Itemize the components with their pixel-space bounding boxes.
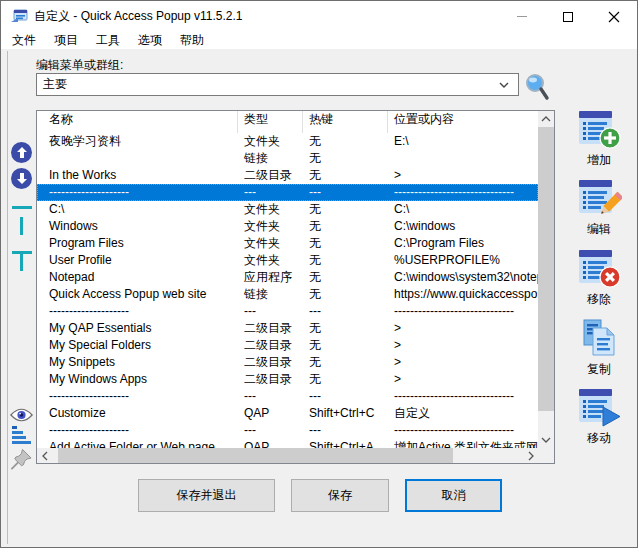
cell-location: ------------------------------: [388, 422, 538, 439]
scroll-up-icon: [541, 116, 551, 122]
add-menu-break-button[interactable]: [10, 251, 33, 271]
save-button[interactable]: 保存: [291, 479, 389, 512]
cell-type: ---: [238, 388, 303, 405]
table-row[interactable]: My Snippets 二级目录 无 >: [37, 354, 538, 371]
cell-hotkey: Shift+Ctrl+C: [303, 405, 388, 422]
scroll-up-button[interactable]: [538, 111, 554, 127]
table-row[interactable]: My QAP Essentials 二级目录 无 >: [37, 320, 538, 337]
cell-hotkey: 无: [303, 201, 388, 218]
edit-button[interactable]: 编辑: [559, 178, 638, 242]
cell-hotkey: ---: [303, 388, 388, 405]
close-button[interactable]: [591, 1, 637, 32]
table-row[interactable]: 链接 无: [37, 150, 538, 167]
scroll-right-button[interactable]: [523, 448, 538, 463]
sort-button[interactable]: [10, 425, 33, 445]
move-down-button[interactable]: [10, 168, 33, 189]
scroll-left-icon: [42, 451, 48, 461]
table-row[interactable]: 夜晚学习资料 文件夹 无 E:\: [37, 133, 538, 150]
column-header-hotkey[interactable]: 热键: [303, 111, 388, 133]
cell-name: --------------------: [37, 184, 238, 201]
edit-button-label: 编辑: [587, 221, 611, 238]
cell-hotkey: 无: [303, 354, 388, 371]
cell-type: 链接: [238, 150, 303, 167]
remove-button[interactable]: 移除: [559, 248, 638, 312]
minimize-button[interactable]: [499, 1, 545, 32]
table-row[interactable]: Customize QAP Shift+Ctrl+C 自定义: [37, 405, 538, 422]
cell-type: ---: [238, 184, 303, 201]
table-row[interactable]: Add Active Folder or Web page QAP Shift+…: [37, 439, 538, 448]
copy-button[interactable]: 复制: [559, 318, 638, 382]
column-break-icon: [20, 217, 23, 235]
cell-name: Customize: [37, 405, 238, 422]
cell-location: %USERPROFILE%: [388, 252, 538, 269]
table-row[interactable]: User Profile 文件夹 无 %USERPROFILE%: [37, 252, 538, 269]
table-row[interactable]: Program Files 文件夹 无 C:\Program Files: [37, 235, 538, 252]
table-row[interactable]: -------------------- --- --- -----------…: [37, 388, 538, 405]
vertical-scrollbar[interactable]: [538, 111, 554, 448]
table-row[interactable]: Quick Access Popup web site 链接 无 https:/…: [37, 286, 538, 303]
column-header-type[interactable]: 类型: [238, 111, 303, 133]
column-header-location[interactable]: 位置或内容: [388, 111, 538, 133]
add-button[interactable]: 增加: [559, 109, 638, 173]
cell-hotkey: 无: [303, 218, 388, 235]
horizontal-scroll-thumb[interactable]: [58, 448, 453, 463]
menu-group-select[interactable]: 主要: [36, 73, 519, 96]
menu-item-help[interactable]: 帮助: [171, 31, 213, 50]
cell-type: 文件夹: [238, 252, 303, 269]
cell-type: 二级目录: [238, 167, 303, 184]
cell-location: C:\Program Files: [388, 235, 538, 252]
table-row[interactable]: -------------------- --- --- -----------…: [37, 184, 538, 201]
cell-location: C:\windows: [388, 218, 538, 235]
cell-location: C:\windows\system32\notepad.exe: [388, 269, 538, 286]
vertical-scroll-thumb[interactable]: [538, 127, 554, 411]
menu-item-options[interactable]: 选项: [129, 31, 171, 50]
table-row[interactable]: -------------------- --- --- -----------…: [37, 422, 538, 439]
column-header-name[interactable]: 名称: [37, 111, 238, 133]
cell-name: My Windows Apps: [37, 371, 238, 388]
table-row[interactable]: In the Works 二级目录 无 >: [37, 167, 538, 184]
add-separator-button[interactable]: [10, 206, 33, 209]
cell-location: >: [388, 320, 538, 337]
horizontal-scrollbar[interactable]: [37, 448, 538, 463]
maximize-icon: [563, 12, 573, 22]
table-row[interactable]: Windows 文件夹 无 C:\windows: [37, 218, 538, 235]
scroll-down-button[interactable]: [538, 432, 554, 448]
cell-type: QAP: [238, 439, 303, 448]
table-row[interactable]: Notepad 应用程序 无 C:\windows\system32\notep…: [37, 269, 538, 286]
table-row[interactable]: -------------------- --- --- -----------…: [37, 303, 538, 320]
cell-type: 文件夹: [238, 201, 303, 218]
scroll-right-icon: [528, 451, 534, 461]
table-row[interactable]: My Special Folders 二级目录 无 >: [37, 337, 538, 354]
cell-name: C:\: [37, 201, 238, 218]
add-column-break-button[interactable]: [10, 217, 33, 235]
cancel-button[interactable]: 取消: [405, 479, 502, 512]
cell-location: >: [388, 354, 538, 371]
pin-window-button[interactable]: [10, 447, 33, 471]
cell-name: User Profile: [37, 252, 238, 269]
edit-item-icon: [576, 178, 622, 220]
minimize-icon: [517, 16, 527, 17]
move-button[interactable]: 移动: [559, 387, 638, 451]
edit-menu-group-label: 编辑菜单或群组:: [36, 57, 123, 74]
titlebar[interactable]: 自定义 - Quick Access Popup v11.5.2.1: [1, 1, 637, 32]
cell-name: In the Works: [37, 167, 238, 184]
maximize-button[interactable]: [545, 1, 591, 32]
menu-group-selected-value: 主要: [43, 76, 67, 93]
menu-item-tools[interactable]: 工具: [87, 31, 129, 50]
cell-hotkey: 无: [303, 371, 388, 388]
separator-line-icon: [12, 206, 32, 209]
menu-item-file[interactable]: 文件: [3, 31, 45, 50]
cell-location: 增加Active 类别文件夹或网页: [388, 439, 538, 448]
cell-location: 自定义: [388, 405, 538, 422]
toggle-visibility-button[interactable]: [10, 407, 33, 423]
chevron-down-icon: [498, 81, 510, 89]
cell-hotkey: ---: [303, 422, 388, 439]
scroll-left-button[interactable]: [37, 448, 52, 463]
move-up-button[interactable]: [10, 142, 33, 163]
menu-item-items[interactable]: 项目: [45, 31, 87, 50]
table-row[interactable]: My Windows Apps 二级目录 无 >: [37, 371, 538, 388]
move-item-icon: [576, 387, 622, 429]
table-row[interactable]: C:\ 文件夹 无 C:\: [37, 201, 538, 218]
save-and-exit-button[interactable]: 保存并退出: [138, 479, 275, 512]
search-button[interactable]: [523, 72, 551, 102]
